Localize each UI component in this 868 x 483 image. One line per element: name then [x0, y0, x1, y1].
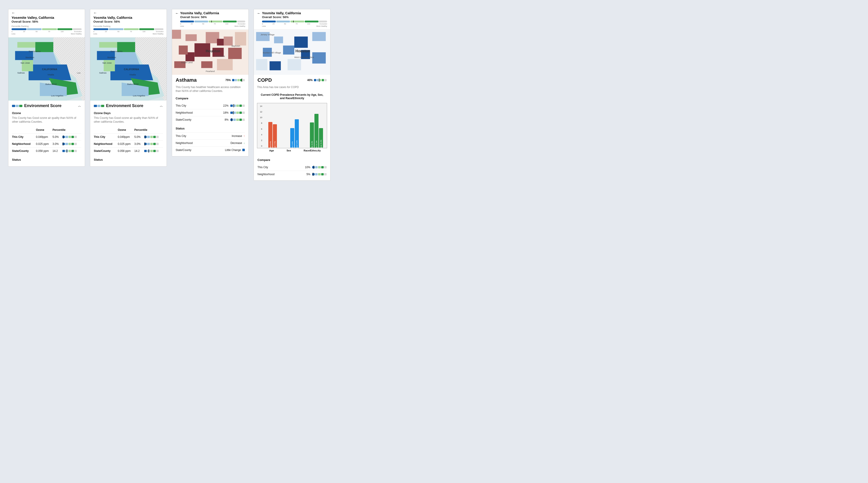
metric-description: This County has Good ozone air quality t… [94, 116, 163, 124]
panel-copd: ← Yosmita Vally, California Overall Scor… [254, 9, 331, 180]
svg-text:San Jose: San Jose [21, 62, 30, 64]
mini-bar [230, 105, 245, 107]
svg-text:Sacramento: Sacramento [110, 50, 123, 53]
bar: White 8.3% [310, 122, 314, 148]
svg-rect-47 [224, 36, 233, 46]
svg-text:Houston: Houston [296, 49, 310, 53]
compare-heading: Compare [176, 97, 245, 100]
svg-text:Sacramento: Sacramento [29, 50, 41, 53]
mini-bar [232, 79, 245, 81]
metric-description: This Area has low cases for COPD [257, 85, 327, 89]
overall-score: Overall Score: 56% [93, 20, 163, 23]
back-icon[interactable]: ← [175, 11, 179, 15]
table-row: State/County 0.058 ppm 14.2 [94, 147, 163, 154]
back-icon[interactable]: ← [257, 11, 260, 15]
svg-text:Los Angeles: Los Angeles [51, 94, 63, 97]
choropleth-map-houston[interactable]: Houston Pasadena Baytown Sugar Land Pear… [172, 30, 248, 75]
svg-text:Salinas: Salinas [99, 72, 107, 74]
status-heading: Status [12, 158, 81, 161]
mini-bar [314, 79, 327, 81]
table-row: State/County 0.058 ppm 14.2 [12, 147, 81, 154]
legend: Percentile Ranking 0255075100Excluded Le… [11, 25, 82, 35]
score-header[interactable]: Environment Score ︿ [12, 104, 81, 108]
svg-rect-65 [274, 36, 283, 43]
compare-row: This City 10% [257, 164, 327, 171]
svg-marker-9 [29, 64, 71, 80]
svg-rect-69 [270, 61, 281, 70]
svg-text:Las: Las [77, 72, 81, 74]
svg-text:Sugar Land: Sugar Land [181, 61, 193, 64]
bar: Black 11.1% [314, 114, 318, 148]
copd-bar-chart: 14121086420 Child 8.4% Adult 7.7% Male 6… [257, 103, 327, 148]
metric-name: Ozone [12, 111, 81, 115]
metric-value: 40% [307, 79, 327, 82]
bar: Female 9.3% [295, 119, 299, 148]
choropleth-map-california[interactable]: Sacramento Stockton San Jose CALIFORNIA … [8, 37, 85, 101]
metric-name: COPD [257, 77, 272, 83]
svg-text:Bunker Hill Village: Bunker Hill Village [263, 51, 281, 54]
panel-environment-ozone-days: ← Yosmita Vally, California Overall Scor… [90, 9, 167, 167]
panel-asthma: ← Yosmita Vally, California Overall Scor… [172, 9, 249, 157]
svg-rect-44 [172, 30, 181, 39]
svg-text:Houston: Houston [206, 49, 220, 53]
metric-description: This County has Good ozone air quality t… [12, 116, 81, 124]
overall-score: Overall Score: 56% [11, 20, 82, 23]
mini-bar [144, 136, 159, 138]
svg-text:Stockton: Stockton [107, 56, 116, 59]
chips-icon [12, 105, 22, 107]
arrow-up-icon: ↑ [243, 135, 245, 138]
status-row: NeighborhoodDecrease ↓ [176, 139, 245, 146]
chevron-up-icon[interactable]: ︿ [78, 104, 81, 108]
svg-text:CALIFORNIA: CALIFORNIA [42, 68, 57, 70]
score-header[interactable]: Environment Score ︿ [94, 104, 163, 108]
svg-text:Pasadena: Pasadena [215, 55, 225, 57]
bar-group: Male 6.4% Female 9.3% [286, 105, 303, 148]
svg-rect-70 [283, 46, 294, 55]
status-row: This CityIncrease ↑ [176, 133, 245, 139]
metric-name: Asthama [176, 77, 197, 83]
compare-row: Neighborhood 5% [257, 171, 327, 178]
legend-title: Percentile Ranking [11, 25, 82, 27]
header: ← Yosemite Valley, California Overall Sc… [8, 9, 85, 37]
metric-name: Ozone Days [94, 111, 163, 115]
svg-text:Stockton: Stockton [26, 56, 34, 59]
bar-group: White 8.3% Black 11.1% Hispanic 6.4% [308, 105, 325, 148]
status-heading: Status [94, 158, 163, 161]
mini-bar [62, 136, 77, 138]
table-row: This City 0.049ppm 5.0% [94, 133, 163, 140]
chevron-up-icon[interactable]: ︿ [160, 104, 163, 108]
page-title: Yosemite Valley, California [11, 16, 82, 20]
mini-bar [230, 112, 245, 114]
square-icon [242, 149, 245, 151]
overall-score: Overall Score: 56% [262, 16, 327, 19]
page-title: Yosmita Vally, California [262, 11, 327, 15]
compare-row: Neighborhood 18% [176, 109, 245, 116]
back-icon[interactable]: ← [93, 11, 97, 15]
mini-bar [312, 173, 327, 175]
chart-title: Current COPD Prevalence Percents by Age,… [254, 92, 330, 100]
metric-value: 75% [225, 79, 245, 82]
legend-ticks: 0255075100Excluded [11, 31, 82, 33]
svg-rect-67 [294, 36, 308, 48]
svg-text:Pearland: Pearland [206, 70, 215, 73]
choropleth-map-california[interactable]: Sacramento Stockton San Jose CALIFORNIA … [90, 37, 166, 101]
page-title: Yosmita Vally, California [93, 16, 163, 20]
bar-group: Child 8.4% Adult 7.7% [264, 105, 281, 148]
svg-rect-53 [228, 48, 242, 59]
mini-bar [144, 143, 159, 145]
metric-table: Ozone Percentile This City 0.049ppm 5.0%… [12, 128, 81, 154]
arrow-down-icon: ↓ [243, 141, 245, 145]
compare-heading: Compare [257, 158, 327, 162]
back-icon[interactable]: ← [11, 11, 15, 15]
panel-environment-ozone: ← Yosemite Valley, California Overall Sc… [8, 9, 85, 167]
table-row: Neighborhood 0.025 ppm 3.0% [94, 140, 163, 147]
svg-text:Visalia: Visalia [129, 73, 136, 76]
svg-rect-57 [235, 32, 246, 46]
svg-text:Bakersfield: Bakersfield [45, 83, 57, 85]
choropleth-map-houston-blue[interactable]: Jersey Village Bunker Hill Village Houst… [254, 30, 330, 75]
svg-rect-45 [186, 34, 197, 41]
bar: Child 8.4% [268, 122, 272, 148]
svg-text:Jersey Village: Jersey Village [260, 33, 275, 36]
metric-description: This County has healthier healthcare acc… [176, 85, 245, 93]
bar: Hispanic 6.4% [319, 128, 323, 148]
